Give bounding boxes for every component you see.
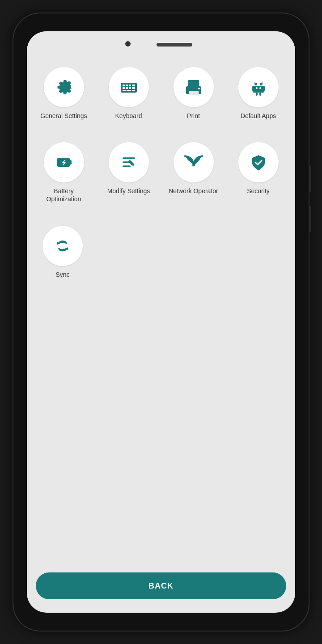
grid-row-2: Battery Optimization [31,142,291,203]
app-item-battery-optimization[interactable]: Battery Optimization [37,142,91,203]
camera [125,41,131,47]
svg-rect-20 [263,86,265,91]
svg-point-36 [192,164,195,166]
svg-rect-22 [259,93,261,96]
app-item-default-apps[interactable]: Default Apps [232,67,285,120]
icon-circle-sync [42,226,83,266]
icon-circle-security [238,142,279,182]
svg-rect-1 [123,85,125,86]
svg-rect-10 [127,90,131,91]
app-label-sync: Sync [55,271,69,279]
svg-rect-30 [123,157,135,159]
notch-area [27,31,295,58]
svg-rect-21 [256,93,258,96]
phone-screen: General Settings [27,31,295,613]
svg-rect-14 [190,92,197,93]
phone-frame: General Settings [13,13,309,631]
app-item-general-settings[interactable]: General Settings [37,67,91,120]
app-label-security: Security [247,187,270,195]
icon-circle-default-apps [238,67,279,107]
app-item-print[interactable]: Print [167,67,220,120]
svg-rect-9 [123,90,126,91]
svg-rect-6 [126,87,128,89]
svg-point-16 [198,88,200,89]
svg-point-23 [256,87,258,89]
back-button[interactable]: BACK [36,572,286,599]
sync-icon [53,236,72,256]
app-item-modify-settings[interactable]: Modify Settings [102,142,156,203]
svg-point-24 [259,87,261,89]
svg-rect-5 [123,87,125,89]
app-label-keyboard: Keyboard [115,112,142,120]
app-item-security[interactable]: Security [232,142,285,203]
icon-circle-keyboard [109,67,149,107]
row-spacer-1 [31,129,291,142]
app-label-network-operator: Network Operator [169,187,218,195]
icon-circle-battery-optimization [44,142,84,182]
security-icon [249,153,268,172]
icon-circle-network-operator [174,142,214,182]
modify-icon [119,153,139,172]
icon-circle-print [174,67,214,107]
icon-circle-general-settings [44,67,84,107]
bottom-area: BACK [27,572,295,613]
svg-rect-28 [70,160,72,165]
battery-icon [54,153,74,172]
gear-icon [54,77,74,97]
keyboard-icon [119,77,139,97]
svg-rect-3 [129,85,131,86]
app-item-keyboard[interactable]: Keyboard [102,67,156,120]
app-label-general-settings: General Settings [40,112,87,120]
grid-row-1: General Settings [31,67,291,120]
grid-row-3: Sync [31,226,291,279]
svg-rect-8 [132,87,135,89]
app-label-print: Print [187,112,200,120]
svg-rect-7 [129,87,131,89]
app-item-network-operator[interactable]: Network Operator [167,142,220,203]
app-item-sync[interactable]: Sync [36,226,89,279]
app-label-battery-optimization: Battery Optimization [37,187,91,203]
android-icon [249,77,268,97]
svg-rect-12 [188,80,199,86]
svg-rect-2 [126,85,128,86]
app-label-default-apps: Default Apps [241,112,276,120]
app-grid: General Settings [27,58,295,572]
svg-rect-11 [132,90,135,91]
svg-rect-32 [123,165,131,167]
app-label-modify-settings: Modify Settings [107,187,150,195]
svg-rect-15 [190,93,195,94]
svg-rect-19 [252,86,254,91]
print-icon [184,77,203,97]
speaker [157,43,192,47]
row-spacer-2 [31,212,291,226]
svg-rect-4 [132,85,135,86]
network-icon [184,153,203,172]
icon-circle-modify-settings [109,142,149,182]
